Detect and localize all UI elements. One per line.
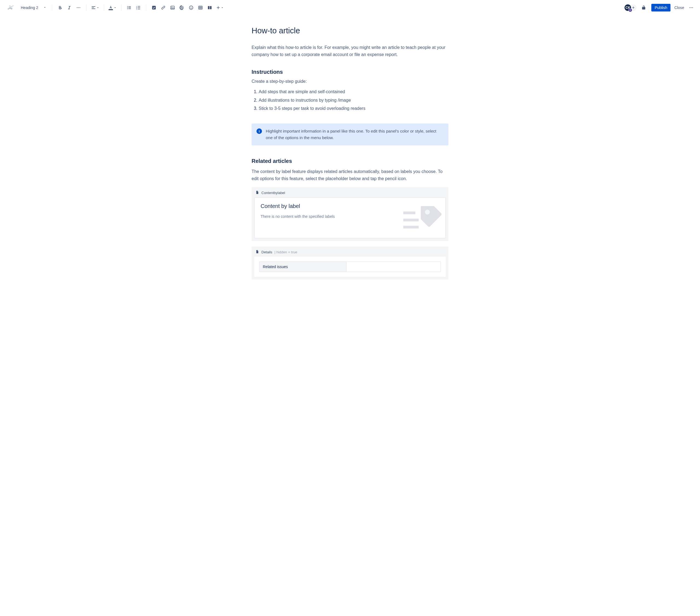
svg-point-25 bbox=[691, 8, 692, 8]
document-icon bbox=[255, 250, 259, 254]
list-item[interactable]: Add steps that are simple and self-conta… bbox=[259, 88, 448, 96]
text-color-dropdown[interactable] bbox=[108, 5, 118, 10]
text-style-label: Heading 2 bbox=[21, 5, 38, 10]
numbered-list-button[interactable]: 123 bbox=[134, 3, 143, 12]
svg-point-30 bbox=[425, 210, 430, 215]
page-title[interactable]: How-to article bbox=[252, 26, 448, 35]
svg-rect-23 bbox=[210, 6, 212, 9]
svg-point-4 bbox=[127, 8, 128, 8]
layouts-button[interactable] bbox=[205, 3, 214, 12]
intro-paragraph[interactable]: Explain what this how-to article is for.… bbox=[252, 44, 448, 58]
text-color-swatch bbox=[109, 9, 113, 10]
insert-dropdown[interactable] bbox=[215, 5, 225, 10]
toolbar-divider bbox=[52, 4, 52, 11]
related-desc[interactable]: The content by label feature displays re… bbox=[252, 168, 448, 182]
list-item[interactable]: Stick to 3-5 steps per task to avoid ove… bbox=[259, 104, 448, 113]
svg-point-1 bbox=[78, 8, 79, 8]
svg-rect-28 bbox=[403, 219, 418, 221]
macro-header-meta: | hidden = true bbox=[275, 250, 297, 254]
link-button[interactable] bbox=[159, 3, 167, 12]
svg-point-24 bbox=[690, 8, 690, 8]
image-button[interactable] bbox=[168, 3, 177, 12]
svg-point-3 bbox=[127, 6, 128, 7]
italic-button[interactable] bbox=[65, 3, 74, 12]
svg-point-5 bbox=[127, 9, 128, 9]
confluence-logo-icon bbox=[8, 4, 14, 12]
alignment-dropdown[interactable] bbox=[90, 5, 101, 10]
svg-point-2 bbox=[79, 8, 80, 8]
macro-header: Contentbylabel bbox=[254, 190, 446, 197]
svg-rect-14 bbox=[138, 9, 140, 9]
table-cell[interactable] bbox=[347, 261, 441, 272]
table-button[interactable] bbox=[196, 3, 205, 12]
svg-point-17 bbox=[172, 7, 172, 8]
more-actions-button[interactable] bbox=[687, 3, 696, 12]
restrictions-button[interactable] bbox=[639, 3, 648, 12]
chevron-down-icon bbox=[43, 5, 47, 10]
svg-point-0 bbox=[77, 8, 78, 8]
close-button[interactable]: Close bbox=[672, 4, 687, 12]
avatar-status-badge: C bbox=[628, 8, 632, 12]
info-panel-text[interactable]: Highlight important information in a pan… bbox=[266, 128, 443, 141]
mention-button[interactable] bbox=[177, 3, 186, 12]
svg-rect-7 bbox=[128, 8, 131, 8]
svg-rect-8 bbox=[128, 9, 131, 9]
instructions-lead[interactable]: Create a step-by-step guide: bbox=[252, 79, 448, 84]
macro-header-label: Contentbylabel bbox=[261, 191, 285, 195]
macro-card[interactable]: Content by label There is no content wit… bbox=[254, 197, 446, 238]
text-style-dropdown[interactable]: Heading 2 bbox=[18, 4, 49, 11]
related-articles-heading[interactable]: Related articles bbox=[252, 158, 448, 164]
svg-point-20 bbox=[192, 7, 192, 8]
svg-rect-27 bbox=[403, 211, 415, 214]
avatar-stack: CK C + bbox=[624, 4, 637, 12]
svg-rect-12 bbox=[138, 6, 140, 7]
label-illustration-icon bbox=[403, 203, 441, 234]
svg-rect-13 bbox=[138, 8, 140, 8]
emoji-button[interactable] bbox=[187, 3, 196, 12]
editor-content[interactable]: How-to article Explain what this how-to … bbox=[246, 15, 454, 301]
svg-rect-22 bbox=[208, 6, 210, 9]
document-icon bbox=[255, 191, 259, 195]
macro-header: Details | hidden = true bbox=[254, 249, 446, 257]
user-avatar[interactable]: CK C bbox=[624, 4, 632, 12]
list-item[interactable]: Add illustrations to instructions by typ… bbox=[259, 96, 448, 104]
toolbar-divider bbox=[104, 4, 104, 11]
instructions-heading[interactable]: Instructions bbox=[252, 69, 448, 75]
content-by-label-macro[interactable]: Contentbylabel Content by label There is… bbox=[252, 187, 448, 241]
bold-button[interactable] bbox=[55, 3, 64, 12]
table-header-cell[interactable]: Related issues bbox=[260, 261, 347, 272]
details-table[interactable]: Related issues bbox=[259, 261, 441, 272]
editor-toolbar: Heading 2 123 bbox=[0, 0, 700, 15]
svg-point-19 bbox=[190, 7, 191, 8]
more-formatting-button[interactable] bbox=[74, 3, 83, 12]
svg-rect-21 bbox=[199, 6, 202, 9]
publish-button[interactable]: Publish bbox=[651, 4, 671, 12]
bullet-list-button[interactable] bbox=[125, 3, 134, 12]
toolbar-divider bbox=[121, 4, 122, 11]
svg-rect-15 bbox=[152, 6, 155, 9]
svg-point-26 bbox=[692, 8, 693, 8]
svg-rect-6 bbox=[128, 6, 131, 7]
steps-list[interactable]: Add steps that are simple and self-conta… bbox=[252, 88, 448, 113]
info-icon: i bbox=[257, 128, 262, 134]
svg-point-18 bbox=[189, 6, 193, 9]
svg-text:3: 3 bbox=[136, 8, 137, 10]
action-item-button[interactable] bbox=[150, 3, 158, 12]
macro-header-label: Details bbox=[261, 250, 272, 254]
info-panel[interactable]: i Highlight important information in a p… bbox=[252, 124, 448, 145]
toolbar-divider bbox=[146, 4, 146, 11]
svg-rect-29 bbox=[403, 226, 418, 229]
details-macro[interactable]: Details | hidden = true Related issues bbox=[252, 246, 448, 280]
table-row: Related issues bbox=[260, 261, 441, 272]
